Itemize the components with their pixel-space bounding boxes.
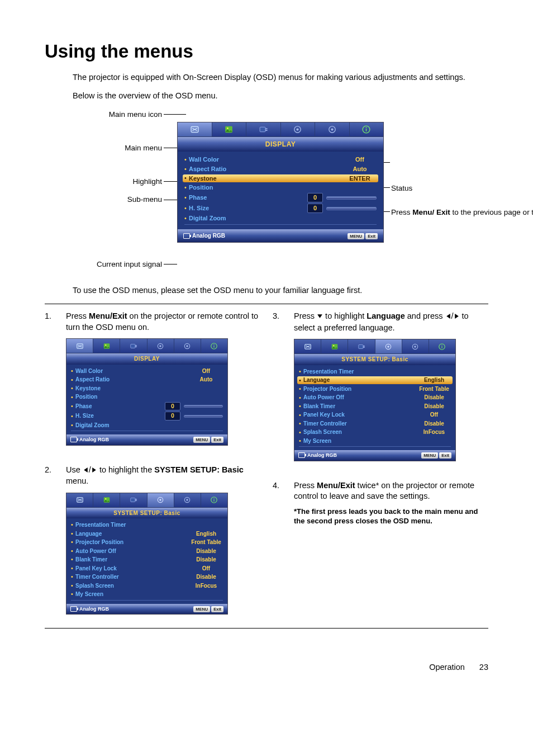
slider-track[interactable] [184,415,223,418]
osd-tab-info[interactable] [429,339,455,353]
osd-body: •Wall ColorOff•Aspect RatioAuto•Keystone… [66,365,227,435]
osd-body: •Presentation Timer•LanguageEnglish•Proj… [66,518,227,604]
osd-btn-menu[interactable]: MENU [193,437,210,443]
osd-item[interactable]: •Panel Key LockOff [299,410,451,419]
osd-tab-picture[interactable] [93,339,120,353]
osd-item[interactable]: •Auto Power OffDisable [299,393,451,402]
osd-tab-info[interactable] [201,493,227,507]
osd-tab-source[interactable] [120,339,147,353]
osd-tab-source[interactable] [120,493,147,507]
osd-item-value: 0 [165,412,180,420]
label-main-menu: Main menu [73,143,162,153]
bullet-icon: • [299,420,303,427]
osd-btn-menu[interactable]: MENU [348,233,364,239]
label-current-input: Current input signal [73,259,162,270]
osd-tab-setup2[interactable] [402,339,429,353]
osd-item-label: Blank Timer [75,556,189,564]
svg-point-32 [214,498,215,499]
osd-tab-setup1[interactable] [281,122,316,136]
osd-overview: DISPLAY •Wall ColorOff•Aspect RatioAuto•… [177,122,384,243]
osd-item[interactable]: •Blank TimerDisable [71,555,223,564]
osd-tab-picture[interactable] [93,493,120,507]
osd-item[interactable]: •Auto Power OffDisable [71,547,223,556]
osd-tab-setup2[interactable] [174,339,201,353]
osd-item[interactable]: •Aspect RatioAuto [184,164,377,174]
osd-item[interactable]: •Position [71,393,223,401]
osd-step3: SYSTEM SETUP: Basic •Presentation Timer•… [294,339,456,461]
osd-btn-menu[interactable]: MENU [193,606,210,612]
osd-tab-setup2[interactable] [174,493,201,507]
osd-item[interactable]: •Projector PositionFront Table [299,385,451,394]
osd-item[interactable]: •Presentation Timer [71,521,223,530]
osd-btn-exit[interactable]: Exit [439,452,451,459]
page-footer: Operation 23 [45,662,488,673]
bullet-icon: • [71,565,75,571]
osd-item[interactable]: •Phase0 [71,401,223,412]
osd-step1: DISPLAY •Wall ColorOff•Aspect RatioAuto•… [66,338,228,445]
bullet-icon: • [71,556,75,563]
osd-tab-info[interactable] [201,339,227,353]
svg-point-43 [442,344,443,346]
osd-item[interactable]: •LanguageEnglish [71,530,223,538]
osd-tab-display[interactable] [178,122,212,136]
osd-item[interactable]: •Timer ControllerDisable [71,573,223,582]
osd-item[interactable]: •Timer ControllerDisable [299,419,451,428]
osd-tab-setup2[interactable] [315,122,350,136]
osd-item[interactable]: •Splash ScreenInFocus [71,582,223,590]
bullet-icon: • [184,185,189,191]
osd-tab-picture[interactable] [321,339,348,353]
osd-tab-source[interactable] [246,122,281,136]
osd-item[interactable]: •KeystoneENTER [183,174,378,183]
osd-item[interactable]: •H. Size0 [71,411,223,421]
bullet-icon: • [184,215,189,221]
osd-item[interactable]: •My Screen [299,437,451,446]
bullet-icon: • [184,157,189,163]
osd-tab-display[interactable] [294,339,321,353]
osd-item[interactable]: •H. Size0 [184,203,377,214]
osd-item[interactable]: •Digital Zoom [71,421,223,430]
osd-item[interactable]: •Presentation Timer [299,367,451,376]
osd-item[interactable]: •Position [184,183,377,192]
osd-item-label: Wall Color [75,367,189,375]
slider-track[interactable] [184,405,223,408]
osd-btn-exit[interactable]: Exit [365,233,378,239]
osd-item[interactable]: •My Screen [71,590,223,599]
svg-point-2 [227,127,229,129]
osd-item[interactable]: •Blank TimerDisable [299,402,451,411]
osd-btn-exit[interactable]: Exit [211,606,223,612]
osd-tab-info[interactable] [350,122,384,136]
label-sub-menu: Sub-menu [73,195,162,205]
osd-item[interactable]: •Aspect RatioAuto [71,375,223,384]
osd-tab-display[interactable] [66,339,93,353]
osd-item-label: Blank Timer [303,403,417,410]
slider-track[interactable] [326,196,377,200]
divider [45,304,488,304]
osd-btn-exit[interactable]: Exit [211,437,223,443]
osd-item[interactable]: •Keystone [71,384,223,393]
osd-item[interactable]: •Phase0 [184,192,377,203]
bullet-icon: • [71,377,75,383]
osd-item-label: My Screen [75,590,223,598]
osd-item-label: Panel Key Lock [75,565,189,573]
osd-item-value: Disable [417,394,451,401]
osd-tab-source[interactable] [348,339,375,353]
osd-item[interactable]: •LanguageEnglish [297,376,453,384]
osd-item[interactable]: •Panel Key LockOff [71,564,223,573]
osd-item[interactable]: •Projector PositionFront Table [71,538,223,547]
osd-tab-picture[interactable] [212,122,247,136]
osd-item[interactable]: •Wall ColorOff [71,367,223,376]
osd-tab-display[interactable] [66,493,93,507]
osd-item-label: Timer Controller [303,420,417,428]
osd-tab-setup1[interactable] [147,493,174,507]
bullet-icon: • [184,175,189,181]
osd-item[interactable]: •Wall ColorOff [184,155,377,164]
osd-tab-setup1[interactable] [147,339,174,353]
osd-item[interactable]: •Digital Zoom [184,214,377,223]
osd-item[interactable]: •Splash ScreenInFocus [299,428,451,437]
svg-rect-42 [442,346,442,348]
osd-signal-text: Analog RGB [79,606,109,612]
osd-tab-setup1[interactable] [375,339,402,353]
osd-body: •Presentation Timer•LanguageEnglish•Proj… [294,365,455,451]
slider-track[interactable] [326,207,377,210]
osd-btn-menu[interactable]: MENU [421,452,438,459]
